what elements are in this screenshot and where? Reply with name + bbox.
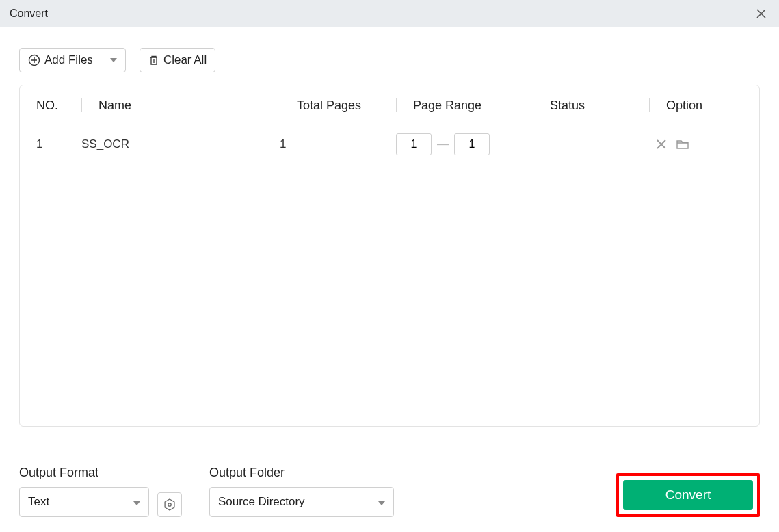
- page-range-from-input[interactable]: [396, 133, 432, 155]
- table-row: 1 SS_OCR 1 —: [20, 125, 759, 163]
- svg-point-2: [168, 503, 171, 506]
- caret-down-icon: [378, 495, 385, 509]
- open-folder-button[interactable]: [676, 139, 689, 150]
- window-title: Convert: [10, 8, 48, 20]
- header-page-range: Page Range: [413, 98, 481, 113]
- file-table: NO. Name Total Pages Page Range Status O…: [19, 85, 760, 427]
- add-files-button[interactable]: Add Files: [19, 48, 126, 72]
- page-range-to-input[interactable]: [454, 133, 490, 155]
- x-icon: [656, 139, 667, 150]
- clear-all-label: Clear All: [163, 53, 207, 67]
- output-folder-group: Output Folder Source Directory: [209, 466, 394, 517]
- remove-row-button[interactable]: [656, 139, 667, 150]
- folder-icon: [676, 139, 689, 150]
- output-format-label: Output Format: [19, 466, 182, 480]
- header-total-pages: Total Pages: [297, 98, 361, 113]
- cell-page-range: —: [396, 133, 533, 155]
- add-files-dropdown[interactable]: [103, 58, 117, 62]
- titlebar: Convert: [0, 0, 779, 27]
- header-name: Name: [98, 98, 131, 113]
- range-dash: —: [437, 137, 449, 151]
- table-header: NO. Name Total Pages Page Range Status O…: [20, 85, 759, 125]
- caret-down-icon: [133, 495, 140, 509]
- output-format-value: Text: [28, 495, 49, 509]
- add-files-label: Add Files: [44, 53, 93, 67]
- output-folder-value: Source Directory: [218, 495, 305, 509]
- cell-name: SS_OCR: [81, 137, 280, 151]
- header-option: Option: [666, 98, 702, 113]
- caret-down-icon: [110, 58, 117, 62]
- gear-icon: [163, 498, 176, 511]
- cell-option: [649, 139, 752, 150]
- header-no: NO.: [27, 98, 58, 113]
- cell-total-pages: 1: [280, 137, 396, 151]
- convert-highlight: Convert: [616, 473, 760, 517]
- footer: Output Format Text Output Folder Source …: [0, 466, 779, 517]
- output-format-settings-button[interactable]: [157, 492, 182, 517]
- output-format-group: Output Format Text: [19, 466, 182, 517]
- trash-icon: [148, 55, 159, 66]
- svg-marker-1: [165, 499, 174, 510]
- cell-no: 1: [27, 137, 81, 151]
- convert-button[interactable]: Convert: [623, 480, 753, 510]
- header-status: Status: [550, 98, 585, 113]
- plus-circle-icon: [28, 54, 40, 66]
- output-folder-select[interactable]: Source Directory: [209, 487, 394, 517]
- clear-all-button[interactable]: Clear All: [140, 48, 215, 72]
- output-folder-label: Output Folder: [209, 466, 394, 480]
- close-button[interactable]: [753, 5, 769, 22]
- output-format-select[interactable]: Text: [19, 487, 149, 517]
- toolbar: Add Files Clear All: [0, 27, 779, 85]
- close-icon: [756, 9, 766, 18]
